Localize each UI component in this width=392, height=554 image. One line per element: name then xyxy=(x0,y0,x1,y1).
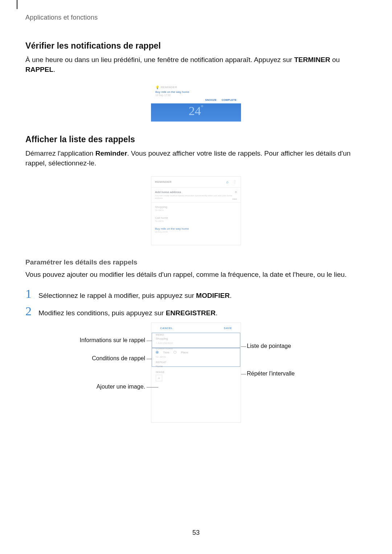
body-verify-notifications: À une heure ou dans un lieu prédéfini, u… xyxy=(25,55,367,75)
callout-line xyxy=(241,346,246,347)
bold-rappel: RAPPEL xyxy=(25,66,53,73)
text: . xyxy=(53,66,55,73)
list-item[interactable]: Shopping No alerts xyxy=(151,203,241,214)
callout-line xyxy=(147,387,158,387)
reminder-suggestion-band[interactable]: Add home address You can create location… xyxy=(151,188,241,203)
notification-time: 19 Sep 17:30 xyxy=(155,94,237,97)
body-configure-details: Vous pouvez ajouter ou modifier les déta… xyxy=(25,270,367,280)
callout-left-conditions: Conditions de rappel xyxy=(92,355,145,362)
text: . xyxy=(216,309,217,317)
callout-line xyxy=(147,359,152,359)
mockup-edit-reminder-area: CANCEL SAVE MEMO Shopping + Add checklis… xyxy=(25,323,367,428)
mockup-reminder-list: REMINDER ⌕ ⋮ Add home address You can cr… xyxy=(151,176,241,245)
weather-temperature: 24° xyxy=(151,103,241,120)
step-1: 1 Sélectionnez le rappel à modifier, pui… xyxy=(25,288,367,301)
snooze-button[interactable]: SNOOZE xyxy=(205,99,216,101)
list-item[interactable]: Call home No alerts xyxy=(151,214,241,225)
bold-terminer: TERMINER xyxy=(294,56,330,63)
cancel-button[interactable]: CANCEL xyxy=(160,327,173,330)
list-item[interactable]: Buy milk on the way home 22 Aug 20:00 xyxy=(151,225,241,235)
band-subtitle: You can create location-based reminders … xyxy=(155,194,237,200)
save-button[interactable]: SAVE xyxy=(224,327,232,330)
callout-line xyxy=(147,341,152,341)
callout-right-checklist: Liste de pointage xyxy=(247,343,291,349)
text: Démarrez l'application xyxy=(25,149,95,157)
more-icon[interactable]: ⋮ xyxy=(233,180,237,184)
text: . xyxy=(230,292,232,299)
temp-value: 24 xyxy=(189,104,201,118)
page-tab-mark xyxy=(17,0,17,9)
notification-card: 💡 REMINDER Buy milk on the way home 19 S… xyxy=(151,83,241,103)
notification-title: Buy milk on the way home xyxy=(155,90,237,94)
list-item-title: Shopping xyxy=(155,205,237,209)
callout-line xyxy=(241,374,246,374)
highlight-memo-region xyxy=(152,333,240,348)
list-item-sub: No alerts xyxy=(155,220,237,222)
band-title: Add home address xyxy=(155,190,237,194)
list-item-sub: No alerts xyxy=(155,209,237,211)
callout-left-memo: Informations sur le rappel xyxy=(79,337,145,344)
bold-reminder-app: Reminder xyxy=(95,149,127,157)
step-number: 1 xyxy=(25,288,38,300)
page-number: 53 xyxy=(0,529,392,537)
callout-right-repeat: Répéter l'intervalle xyxy=(247,370,295,377)
bold-modifier: MODIFIER xyxy=(196,292,230,299)
search-icon[interactable]: ⌕ xyxy=(226,180,229,184)
label-image: IMAGE xyxy=(156,371,236,373)
ellipsis-icon[interactable]: ••• xyxy=(233,197,237,201)
body-show-reminder-list: Démarrez l'application Reminder. Vous po… xyxy=(25,149,367,168)
heading-show-reminder-list: Afficher la liste des rappels xyxy=(25,135,367,144)
close-icon[interactable]: × xyxy=(235,190,237,194)
mockup-notification-widget: 💡 REMINDER Buy milk on the way home 19 S… xyxy=(151,83,241,122)
breadcrumb: Applications et fonctions xyxy=(25,14,367,21)
step-number: 2 xyxy=(25,305,38,317)
section-image: IMAGE + xyxy=(151,370,241,383)
list-item-sub: 22 Aug 20:00 xyxy=(155,231,237,233)
list-item-title: Call home xyxy=(155,216,237,219)
temp-degree: ° xyxy=(201,104,203,110)
bulb-icon: 💡 xyxy=(155,86,159,89)
reminder-list-title: REMINDER xyxy=(155,180,172,184)
bold-enregistrer: ENREGISTRER xyxy=(166,309,216,317)
text: ou xyxy=(330,56,340,63)
add-image-button[interactable]: + xyxy=(156,375,162,381)
text: Sélectionnez le rappel à modifier, puis … xyxy=(38,292,196,299)
list-item-title: Buy milk on the way home xyxy=(155,227,237,230)
text: Modifiez les conditions, puis appuyez su… xyxy=(38,309,166,317)
complete-button[interactable]: COMPLETE xyxy=(222,99,237,101)
subheading-configure-details: Paramétrer les détails des rappels xyxy=(25,258,367,266)
step-2: 2 Modifiez les conditions, puis appuyez … xyxy=(25,305,367,318)
notification-app-name: REMINDER xyxy=(161,86,177,89)
text: À une heure ou dans un lieu prédéfini, u… xyxy=(25,56,294,63)
callout-left-image: Ajouter une image. xyxy=(97,383,145,390)
highlight-conditions-region xyxy=(152,348,240,367)
heading-verify-notifications: Vérifier les notifications de rappel xyxy=(25,41,367,51)
